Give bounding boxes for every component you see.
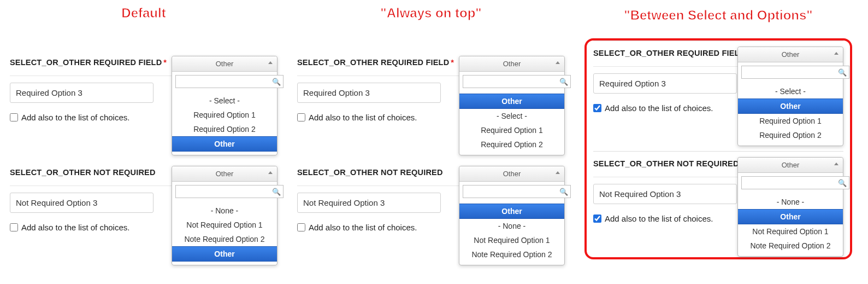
dropdown-option[interactable]: Required Option 2 xyxy=(738,128,843,142)
other-value-input[interactable] xyxy=(297,193,441,213)
required-block: SELECT_OR_OTHER REQUIRED FIELD* Add also… xyxy=(593,40,843,113)
checkbox-label: Add also to the list of choices. xyxy=(21,113,129,122)
dropdown-header-label: Other xyxy=(503,170,521,178)
dropdown-option[interactable]: Note Required Option 2 xyxy=(459,247,564,262)
dropdown-option[interactable]: Not Required Option 1 xyxy=(459,233,564,247)
dropdown-header[interactable]: Other xyxy=(459,56,564,72)
add-to-list-checkbox[interactable] xyxy=(297,113,305,121)
required-star-icon: * xyxy=(451,58,454,67)
dropdown-search-input[interactable] xyxy=(463,185,571,198)
other-value-input[interactable] xyxy=(297,83,441,103)
caret-up-icon xyxy=(556,61,560,64)
checkbox-label: Add also to the list of choices. xyxy=(309,113,417,122)
checkbox-label: Add also to the list of choices. xyxy=(605,103,713,113)
not-required-block: SELECT_OR_OTHER NOT REQUIRED Add also to… xyxy=(10,160,277,232)
select-dropdown[interactable]: Other 🔍 - Select -Required Option 1Requi… xyxy=(172,56,277,155)
column-heading: Default xyxy=(10,5,277,21)
dropdown-search-input[interactable] xyxy=(175,75,284,88)
dropdown-header[interactable]: Other xyxy=(459,166,564,182)
dropdown-option[interactable]: - None - xyxy=(738,195,843,209)
dropdown-options: Other- None -Not Required Option 1Note R… xyxy=(459,201,564,265)
dropdown-header-label: Other xyxy=(216,60,234,68)
column-heading: "Between Select and Options" xyxy=(587,8,850,23)
field-label-text: SELECT_OR_OTHER REQUIRED FIELD xyxy=(593,49,745,57)
select-dropdown[interactable]: Other 🔍 - None -OtherNot Required Option… xyxy=(737,157,843,257)
add-to-list-checkbox[interactable] xyxy=(297,223,305,231)
not-required-block: SELECT_OR_OTHER NOT REQUIRED Add also to… xyxy=(593,151,843,223)
add-to-list-checkbox[interactable] xyxy=(10,113,18,121)
dropdown-search-input[interactable] xyxy=(741,176,849,189)
not-required-block: SELECT_OR_OTHER NOT REQUIRED Add also to… xyxy=(297,160,565,232)
caret-up-icon xyxy=(268,171,273,174)
dropdown-option[interactable]: Other xyxy=(738,209,843,224)
dropdown-option[interactable]: Required Option 1 xyxy=(459,123,564,137)
dropdown-options: Other- Select -Required Option 1Required… xyxy=(459,91,564,155)
other-value-input[interactable] xyxy=(10,83,153,103)
dropdown-options: - None -OtherNot Required Option 1Note R… xyxy=(738,193,843,256)
dropdown-header[interactable]: Other xyxy=(172,56,277,72)
dropdown-option[interactable]: - Select - xyxy=(172,94,277,108)
dropdown-search-input[interactable] xyxy=(741,66,849,79)
dropdown-header[interactable]: Other xyxy=(738,158,843,173)
select-dropdown[interactable]: Other 🔍 Other- None -Not Required Option… xyxy=(459,166,565,265)
dropdown-option[interactable]: Note Required Option 2 xyxy=(738,239,843,253)
required-star-icon: * xyxy=(163,58,167,67)
field-label-text: SELECT_OR_OTHER REQUIRED FIELD xyxy=(297,58,449,67)
dropdown-header-label: Other xyxy=(216,170,234,178)
dropdown-header-label: Other xyxy=(782,161,800,169)
field-label-text: SELECT_OR_OTHER REQUIRED FIELD xyxy=(10,58,162,67)
required-block: SELECT_OR_OTHER REQUIRED FIELD* Add also… xyxy=(10,50,277,122)
dropdown-option[interactable]: Required Option 2 xyxy=(459,137,564,152)
select-dropdown[interactable]: Other 🔍 - None -Not Required Option 1Not… xyxy=(172,166,277,265)
checkbox-label: Add also to the list of choices. xyxy=(309,223,417,232)
dropdown-header[interactable]: Other xyxy=(738,47,843,62)
select-dropdown[interactable]: Other 🔍 - Select -OtherRequired Option 1… xyxy=(737,47,843,146)
dropdown-header-label: Other xyxy=(782,50,800,59)
other-value-input[interactable] xyxy=(593,73,737,94)
select-dropdown[interactable]: Other 🔍 Other- Select -Required Option 1… xyxy=(459,56,565,155)
dropdown-option[interactable]: Not Required Option 1 xyxy=(172,218,277,232)
dropdown-header[interactable]: Other xyxy=(172,166,277,182)
caret-up-icon xyxy=(834,163,839,165)
dropdown-option[interactable]: Required Option 1 xyxy=(172,108,277,122)
dropdown-option[interactable]: Other xyxy=(172,246,277,262)
add-to-list-checkbox[interactable] xyxy=(593,215,601,223)
dropdown-options: - Select -Required Option 1Required Opti… xyxy=(172,91,277,155)
column-default: Default SELECT_OR_OTHER REQUIRED FIELD* … xyxy=(10,5,277,259)
add-to-list-checkbox[interactable] xyxy=(10,223,18,231)
dropdown-option[interactable]: - None - xyxy=(459,219,564,233)
dropdown-options: - None -Not Required Option 1Note Requir… xyxy=(172,201,277,265)
add-to-list-checkbox[interactable] xyxy=(593,104,601,112)
dropdown-option[interactable]: Other xyxy=(738,98,843,114)
checkbox-label: Add also to the list of choices. xyxy=(605,214,713,223)
dropdown-option[interactable]: Note Required Option 2 xyxy=(172,232,277,246)
dropdown-option[interactable]: - None - xyxy=(172,204,277,218)
caret-up-icon xyxy=(556,171,560,174)
dropdown-option[interactable]: - Select - xyxy=(738,84,843,98)
dropdown-header-label: Other xyxy=(503,60,521,68)
dropdown-option[interactable]: Required Option 1 xyxy=(738,114,843,128)
dropdown-options: - Select -OtherRequired Option 1Required… xyxy=(738,82,843,146)
dropdown-option[interactable]: Other xyxy=(172,136,277,152)
dropdown-search-input[interactable] xyxy=(175,185,284,198)
dropdown-option[interactable]: Not Required Option 1 xyxy=(738,224,843,239)
checkbox-label: Add also to the list of choices. xyxy=(21,223,129,232)
dropdown-option[interactable]: Required Option 2 xyxy=(172,122,277,136)
other-value-input[interactable] xyxy=(10,193,153,213)
dropdown-search-input[interactable] xyxy=(463,75,571,88)
column-always-on-top: "Always on top" SELECT_OR_OTHER REQUIRED… xyxy=(297,5,565,259)
dropdown-option[interactable]: Other xyxy=(459,204,564,219)
other-value-input[interactable] xyxy=(593,184,737,204)
caret-up-icon xyxy=(834,52,839,55)
required-block: SELECT_OR_OTHER REQUIRED FIELD* Add also… xyxy=(297,50,565,122)
caret-up-icon xyxy=(268,61,273,64)
column-between-select-and-options: "Between Select and Options" SELECT_OR_O… xyxy=(584,38,852,259)
dropdown-option[interactable]: Other xyxy=(459,94,564,109)
column-heading: "Always on top" xyxy=(297,5,565,21)
dropdown-option[interactable]: - Select - xyxy=(459,109,564,123)
